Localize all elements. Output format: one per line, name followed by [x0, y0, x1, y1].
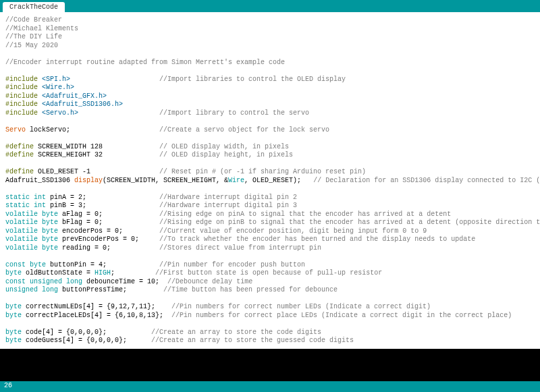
code-line[interactable]	[5, 117, 535, 126]
code-line[interactable]: volatile byte aFlag = 0; //Rising edge o…	[5, 211, 535, 219]
code-line[interactable]	[5, 134, 535, 143]
code-line[interactable]	[5, 50, 535, 59]
code-line[interactable]: static int pinB = 3; //Hardware interrup…	[5, 202, 535, 211]
code-line[interactable]: Servo lockServo; //Create a servo object…	[5, 126, 535, 135]
code-line[interactable]: const byte buttonPin = 4; //Pin number f…	[5, 261, 535, 270]
code-line[interactable]: byte correctPlaceLEDs[4] = {6,10,8,13}; …	[5, 312, 535, 320]
code-line[interactable]: #define OLED_RESET -1 // Reset pin # (or…	[5, 168, 535, 177]
console-panel	[0, 349, 540, 381]
code-line[interactable]: volatile byte bFlag = 0; //Rising edge o…	[5, 219, 535, 227]
code-line[interactable]: #include <Servo.h> //Import library to c…	[5, 109, 535, 118]
code-line[interactable]: #define SCREEN_WIDTH 128 // OLED display…	[5, 143, 535, 152]
code-line[interactable]: static int pinA = 2; //Hardware interrup…	[5, 194, 535, 202]
code-line[interactable]	[5, 67, 535, 76]
code-line[interactable]: unsigned long buttonPressTime; //Time bu…	[5, 286, 535, 295]
code-line[interactable]: volatile byte reading = 0; //Stores dire…	[5, 244, 535, 253]
code-line[interactable]	[5, 160, 535, 169]
code-line[interactable]	[5, 185, 535, 194]
code-line[interactable]: #include <Wire.h>	[5, 84, 535, 92]
code-line[interactable]: volatile byte prevEncoderPos = 0; //To t…	[5, 235, 535, 244]
code-line[interactable]: #include <Adafruit_SSD1306.h>	[5, 101, 535, 109]
code-line[interactable]	[5, 252, 535, 261]
code-line[interactable]: //The DIY Life	[5, 33, 535, 42]
code-line[interactable]: //Code Breaker	[5, 16, 535, 25]
code-line[interactable]: byte correctNumLEDs[4] = {9,12,7,11}; //…	[5, 303, 535, 312]
code-line[interactable]: #include <Adafruit_GFX.h>	[5, 92, 535, 101]
tab-sketch[interactable]: CrackTheCode	[3, 2, 65, 12]
code-line[interactable]: byte oldButtonState = HIGH; //First butt…	[5, 269, 535, 278]
code-line[interactable]: //Michael Klements	[5, 25, 535, 34]
code-line[interactable]	[5, 320, 535, 329]
code-line[interactable]: Adafruit_SSD1306 display(SCREEN_WIDTH, S…	[5, 177, 535, 186]
status-bar: 26	[0, 381, 540, 392]
code-line[interactable]: byte codeGuess[4] = {0,0,0,0}; //Create …	[5, 337, 535, 345]
code-editor[interactable]: //Code Breaker//Michael Klements//The DI…	[0, 12, 540, 349]
code-line[interactable]: volatile byte encoderPos = 0; //Current …	[5, 227, 535, 236]
code-line[interactable]: //15 May 2020	[5, 42, 535, 51]
code-line[interactable]: const unsigned long debounceTime = 10; /…	[5, 278, 535, 287]
code-line[interactable]	[5, 295, 535, 304]
code-line[interactable]: #include <SPI.h> //Import libraries to c…	[5, 76, 535, 84]
status-line-col: 26	[4, 382, 12, 389]
code-line[interactable]: #define SCREEN_HEIGHT 32 // OLED display…	[5, 151, 535, 160]
code-line[interactable]: //Encoder interrupt routine adapted from…	[5, 59, 535, 67]
ide-window: CrackTheCode //Code Breaker//Michael Kle…	[0, 0, 540, 392]
code-line[interactable]: byte code[4] = {0,0,0,0}; //Create an ar…	[5, 329, 535, 337]
tab-strip: CrackTheCode	[0, 0, 540, 12]
